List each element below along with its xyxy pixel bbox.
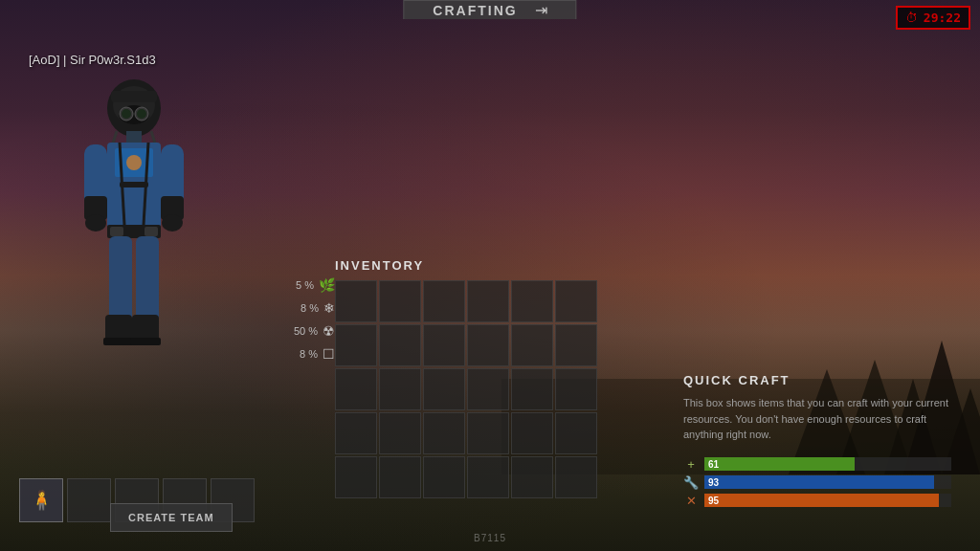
inv-cell[interactable] bbox=[423, 412, 465, 454]
resource-bar-scrap: 93 bbox=[704, 475, 951, 489]
inv-cell[interactable] bbox=[555, 368, 597, 410]
inv-cell[interactable] bbox=[511, 280, 553, 322]
inv-cell[interactable] bbox=[423, 456, 465, 498]
svg-point-19 bbox=[126, 155, 142, 170]
inv-cell[interactable] bbox=[467, 456, 509, 498]
svg-rect-31 bbox=[145, 227, 158, 236]
create-team-button[interactable]: CREATE TEAM bbox=[110, 503, 233, 532]
resource-bar-food: 61 bbox=[704, 457, 951, 471]
timer-widget: ⏱ 29:22 bbox=[896, 6, 970, 30]
inv-cell[interactable] bbox=[511, 324, 553, 366]
inv-cell[interactable] bbox=[423, 324, 465, 366]
resource-val-sulfur: 95 bbox=[708, 494, 719, 507]
stat-radiation-pct: 50 % bbox=[291, 325, 318, 337]
stat-radiation: 50 % ☢ bbox=[258, 323, 335, 339]
svg-rect-36 bbox=[103, 338, 134, 345]
inv-cell[interactable] bbox=[511, 412, 553, 454]
resource-row-scrap: 🔧 93 bbox=[683, 475, 951, 490]
resource-val-food: 61 bbox=[708, 457, 719, 471]
stats-panel: 5 % 🌿 8 % ❄ 50 % ☢ 8 % ☐ bbox=[258, 277, 335, 362]
inv-cell[interactable] bbox=[511, 456, 553, 498]
character-figure bbox=[57, 72, 211, 397]
stat-temperature-icon: ❄ bbox=[323, 300, 335, 316]
inv-cell[interactable] bbox=[423, 280, 465, 322]
quick-craft-description: This box shows items that you can craft … bbox=[683, 395, 951, 443]
resource-plus-icon: + bbox=[683, 457, 699, 472]
inv-cell[interactable] bbox=[555, 280, 597, 322]
stat-radiation-icon: ☢ bbox=[323, 323, 335, 339]
svg-point-25 bbox=[85, 214, 106, 231]
crafting-tab[interactable]: CRAFTING ⇥ bbox=[403, 0, 576, 19]
stat-wetness-icon: ☐ bbox=[323, 346, 335, 362]
header-center: CRAFTING ⇥ bbox=[403, 0, 576, 19]
inv-cell[interactable] bbox=[467, 368, 509, 410]
crafting-title: CRAFTING bbox=[433, 3, 517, 18]
svg-rect-30 bbox=[110, 227, 123, 236]
map-coordinates: B7115 bbox=[474, 533, 506, 543]
inv-cell[interactable] bbox=[555, 456, 597, 498]
inv-cell[interactable] bbox=[467, 324, 509, 366]
inventory-grid bbox=[335, 280, 612, 498]
resource-bars: + 61 🔧 93 ✕ 95 bbox=[683, 457, 951, 508]
resource-fill-food bbox=[704, 457, 855, 471]
inv-cell[interactable] bbox=[467, 280, 509, 322]
inv-cell[interactable] bbox=[335, 280, 377, 322]
quick-craft-title: QUICK CRAFT bbox=[683, 373, 951, 387]
resource-times-icon: ✕ bbox=[683, 494, 699, 508]
resource-fill-scrap bbox=[704, 475, 934, 489]
svg-rect-37 bbox=[130, 338, 161, 345]
svg-rect-16 bbox=[126, 131, 142, 143]
equip-slot-2[interactable] bbox=[67, 478, 111, 522]
inv-cell[interactable] bbox=[379, 368, 421, 410]
inv-cell[interactable] bbox=[467, 412, 509, 454]
stat-temperature: 8 % ❄ bbox=[258, 300, 335, 316]
player-name: [AoD] | Sir P0w3r.S1d3 bbox=[10, 53, 156, 67]
svg-point-28 bbox=[162, 214, 183, 231]
equip-person-icon: 🧍 bbox=[30, 489, 54, 512]
inv-cell[interactable] bbox=[423, 368, 465, 410]
inv-cell[interactable] bbox=[379, 456, 421, 498]
stat-temperature-pct: 8 % bbox=[292, 302, 319, 314]
svg-rect-33 bbox=[136, 236, 159, 322]
inv-cell[interactable] bbox=[335, 368, 377, 410]
svg-line-14 bbox=[113, 131, 117, 143]
svg-rect-32 bbox=[109, 236, 132, 322]
exit-icon[interactable]: ⇥ bbox=[535, 1, 547, 19]
timer-value: 29:22 bbox=[924, 11, 961, 25]
resource-fill-sulfur bbox=[704, 494, 939, 507]
inventory-area: INVENTORY bbox=[335, 258, 612, 498]
svg-line-15 bbox=[151, 131, 155, 143]
resource-bar-sulfur: 95 bbox=[704, 494, 951, 507]
svg-rect-13 bbox=[111, 91, 157, 102]
inv-cell[interactable] bbox=[379, 412, 421, 454]
character-area: [AoD] | Sir P0w3r.S1d3 bbox=[0, 38, 268, 551]
stat-calories: 5 % 🌿 bbox=[258, 277, 335, 293]
header-bar: CRAFTING ⇥ bbox=[0, 0, 980, 38]
resource-row-sulfur: ✕ 95 bbox=[683, 494, 951, 508]
resource-row-food: + 61 bbox=[683, 457, 951, 472]
inv-cell[interactable] bbox=[335, 456, 377, 498]
timer-icon: ⏱ bbox=[905, 11, 918, 25]
inv-cell[interactable] bbox=[379, 280, 421, 322]
inv-cell[interactable] bbox=[335, 412, 377, 454]
quick-craft-panel: QUICK CRAFT This box shows items that yo… bbox=[683, 373, 951, 508]
resource-val-scrap: 93 bbox=[708, 475, 719, 489]
stat-calories-icon: 🌿 bbox=[319, 277, 335, 293]
inventory-title: INVENTORY bbox=[335, 258, 612, 273]
stat-calories-pct: 5 % bbox=[287, 279, 314, 291]
inv-cell[interactable] bbox=[379, 324, 421, 366]
inv-cell[interactable] bbox=[555, 412, 597, 454]
svg-rect-22 bbox=[120, 182, 148, 187]
svg-point-11 bbox=[122, 109, 131, 119]
resource-wrench-icon: 🔧 bbox=[683, 475, 699, 490]
inv-cell[interactable] bbox=[335, 324, 377, 366]
stat-wetness-pct: 8 % bbox=[291, 348, 318, 360]
stat-wetness: 8 % ☐ bbox=[258, 346, 335, 362]
inv-cell[interactable] bbox=[555, 324, 597, 366]
equip-slot-1[interactable]: 🧍 bbox=[19, 478, 63, 522]
svg-point-12 bbox=[137, 109, 146, 119]
inv-cell[interactable] bbox=[511, 368, 553, 410]
